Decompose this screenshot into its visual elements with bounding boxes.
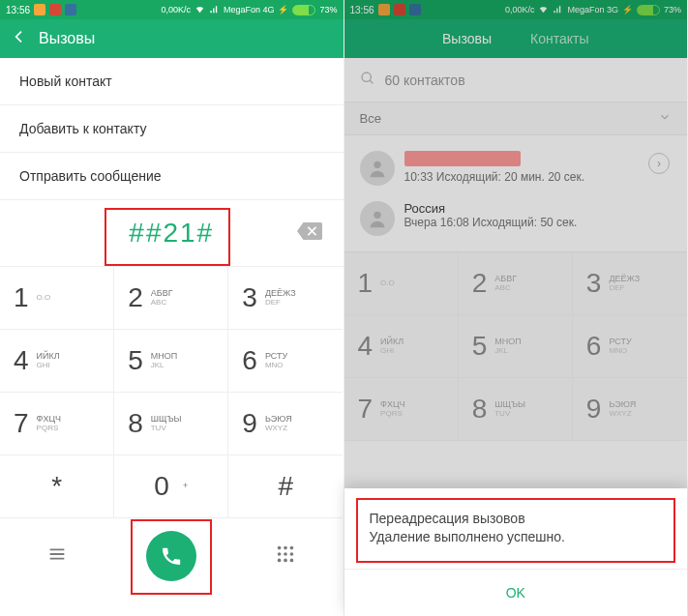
key-8[interactable]: 8ШЩЪЫTUV bbox=[114, 393, 228, 455]
annotation-box bbox=[105, 208, 230, 266]
key-6[interactable]: 6РСТУMNO bbox=[228, 330, 343, 393]
svg-point-1 bbox=[284, 546, 288, 550]
header: Вызовы bbox=[0, 19, 344, 58]
key-9[interactable]: 9ЬЭЮЯWXYZ bbox=[573, 378, 687, 441]
key-2[interactable]: 2АБВГABC bbox=[459, 252, 573, 315]
dialog: Переадресация вызовов Удаление выполнено… bbox=[344, 488, 688, 616]
svg-point-7 bbox=[284, 559, 288, 563]
key-5[interactable]: 5МНОПJKL bbox=[114, 330, 228, 393]
call-info: Вчера 16:08 Исходящий: 50 сек. bbox=[404, 216, 578, 229]
back-icon[interactable] bbox=[12, 29, 27, 48]
tab-calls[interactable]: Вызовы bbox=[442, 31, 492, 46]
backspace-icon[interactable] bbox=[297, 222, 322, 244]
keypad: 1O.O 2АБВГABC 3ДЕЁЖЗDEF 4ИЙКЛGHI 5МНОПJK… bbox=[344, 251, 688, 441]
annotation-box bbox=[131, 519, 212, 595]
avatar-icon bbox=[360, 151, 395, 186]
dialog-ok-button[interactable]: OK bbox=[344, 569, 688, 616]
dialpad-icon[interactable] bbox=[275, 543, 296, 569]
screen-call-log: 13:56 0,00K/c MegaFon 3G ⚡ 73% Вызовы Ко… bbox=[344, 0, 689, 616]
key-3[interactable]: 3ДЕЁЖЗDEF bbox=[228, 267, 343, 330]
svg-point-8 bbox=[290, 559, 294, 563]
key-3[interactable]: 3ДЕЁЖЗDEF bbox=[573, 252, 687, 315]
action-add-to-contact[interactable]: Добавить к контакту bbox=[0, 105, 344, 153]
svg-point-11 bbox=[374, 212, 380, 219]
screen-dialer: 13:56 0,00K/c MegaFon 4G ⚡ 73% Вызовы Но… bbox=[0, 0, 344, 616]
call-log-item[interactable]: Россия Вчера 16:08 Исходящий: 50 сек. bbox=[356, 193, 676, 244]
call-log-item[interactable]: 10:33 Исходящий: 20 мин. 20 сек. › bbox=[356, 143, 676, 193]
avatar-icon bbox=[360, 201, 395, 236]
filter-label: Все bbox=[360, 111, 381, 126]
dial-display: ##21# bbox=[0, 200, 344, 266]
status-speed: 0,00K/c bbox=[505, 5, 535, 15]
charging-icon: ⚡ bbox=[622, 5, 633, 15]
svg-point-3 bbox=[278, 552, 282, 556]
svg-point-4 bbox=[284, 552, 288, 556]
key-7[interactable]: 7ФХЦЧPQRS bbox=[344, 378, 459, 441]
signal-icon bbox=[209, 4, 220, 16]
charging-icon: ⚡ bbox=[278, 5, 288, 15]
svg-point-9 bbox=[362, 73, 371, 81]
svg-point-5 bbox=[290, 552, 294, 556]
key-4[interactable]: 4ИЙКЛGHI bbox=[344, 315, 459, 378]
svg-point-2 bbox=[290, 546, 294, 550]
search-text: 60 контактов bbox=[385, 73, 465, 88]
search-icon bbox=[360, 71, 375, 89]
notif-icon bbox=[34, 4, 45, 15]
key-6[interactable]: 6РСТУMNO bbox=[573, 315, 687, 378]
status-speed: 0,00K/c bbox=[161, 5, 191, 15]
keypad: 1O.O 2АБВГABC 3ДЕЁЖЗDEF 4ИЙКЛGHI 5МНОПJK… bbox=[0, 266, 344, 518]
wifi-icon bbox=[538, 4, 549, 16]
key-0[interactable]: 0+ bbox=[114, 455, 228, 518]
key-star[interactable]: * bbox=[0, 455, 114, 518]
info-icon[interactable]: › bbox=[648, 153, 670, 174]
battery-icon bbox=[637, 5, 660, 15]
filter-row[interactable]: Все bbox=[344, 103, 688, 135]
vk-icon bbox=[409, 4, 421, 15]
svg-point-0 bbox=[278, 546, 282, 550]
call-log: 10:33 Исходящий: 20 мин. 20 сек. › Росси… bbox=[344, 135, 688, 251]
key-7[interactable]: 7ФХЦЧPQRS bbox=[0, 393, 114, 455]
key-5[interactable]: 5МНОПJKL bbox=[459, 315, 573, 378]
signal-icon bbox=[553, 4, 563, 16]
redacted-name bbox=[404, 151, 521, 166]
action-new-contact[interactable]: Новый контакт bbox=[0, 58, 344, 105]
status-carrier: MegaFon 4G bbox=[224, 5, 275, 15]
bottom-bar bbox=[0, 518, 344, 594]
annotation-box bbox=[356, 498, 676, 563]
svg-point-10 bbox=[374, 161, 380, 168]
tab-contacts[interactable]: Контакты bbox=[530, 31, 588, 46]
status-carrier: MegaFon 3G bbox=[567, 5, 618, 15]
key-2[interactable]: 2АБВГABC bbox=[114, 267, 228, 330]
key-1[interactable]: 1O.O bbox=[344, 252, 459, 315]
gmail-icon bbox=[394, 4, 405, 15]
key-9[interactable]: 9ЬЭЮЯWXYZ bbox=[228, 393, 343, 455]
status-bar: 13:56 0,00K/c MegaFon 4G ⚡ 73% bbox=[0, 0, 344, 19]
vk-icon bbox=[65, 4, 76, 15]
action-send-message[interactable]: Отправить сообщение bbox=[0, 153, 344, 200]
header-title: Вызовы bbox=[39, 30, 95, 47]
tabs: Вызовы Контакты bbox=[344, 19, 688, 58]
key-hash[interactable]: # bbox=[228, 455, 343, 518]
status-time: 13:56 bbox=[350, 5, 374, 15]
key-8[interactable]: 8ШЩЪЫTUV bbox=[459, 378, 573, 441]
svg-point-6 bbox=[278, 559, 282, 563]
call-info: 10:33 Исходящий: 20 мин. 20 сек. bbox=[404, 170, 585, 184]
status-battery: 73% bbox=[319, 5, 337, 15]
notif-icon bbox=[378, 4, 390, 15]
status-battery: 73% bbox=[664, 5, 681, 15]
wifi-icon bbox=[194, 4, 205, 16]
gmail-icon bbox=[49, 4, 61, 15]
chevron-down-icon bbox=[658, 110, 672, 127]
call-country: Россия bbox=[404, 201, 578, 216]
search-row[interactable]: 60 контактов bbox=[344, 58, 688, 103]
battery-icon bbox=[292, 5, 315, 15]
menu-icon[interactable] bbox=[46, 543, 68, 569]
status-time: 13:56 bbox=[6, 5, 30, 15]
status-bar: 13:56 0,00K/c MegaFon 3G ⚡ 73% bbox=[344, 0, 688, 19]
key-4[interactable]: 4ИЙКЛGHI bbox=[0, 330, 114, 393]
key-1[interactable]: 1O.O bbox=[0, 267, 114, 330]
